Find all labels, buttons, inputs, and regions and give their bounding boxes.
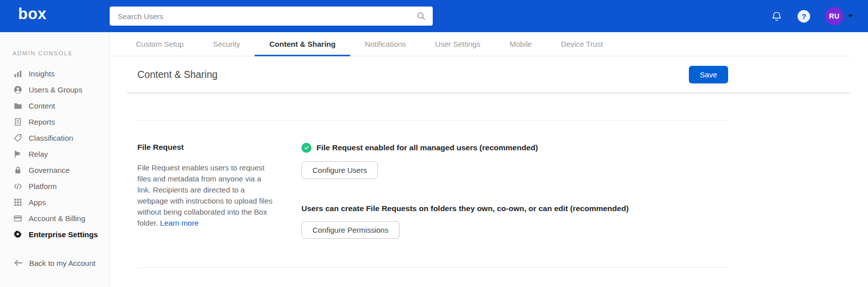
check-circle-icon [301,143,311,153]
sidebar-item-enterprise-settings[interactable]: Enterprise Settings [0,226,109,242]
lock-icon [14,166,22,174]
file-request-status: File Request enabled for all managed use… [301,143,868,153]
file-request-info: File Request File Request enables users … [137,143,274,239]
settings-tabbar: Custom Setup Security Content & Sharing … [110,32,850,56]
tab-security[interactable]: Security [198,32,255,56]
help-icon[interactable]: ? [798,10,810,23]
bell-icon[interactable] [771,11,782,22]
tab-content-sharing[interactable]: Content & Sharing [255,32,350,56]
sidebar-item-classification[interactable]: Classification [0,130,109,146]
admin-sidebar: ADMIN CONSOLE Insights Users & Groups Co… [0,32,110,287]
credit-card-icon [14,214,22,223]
tab-mobile[interactable]: Mobile [495,32,546,56]
account-menu[interactable]: RU [825,7,853,25]
file-request-section: File Request File Request enables users … [110,121,868,239]
tab-device-trust[interactable]: Device Trust [546,32,617,56]
main-content: Custom Setup Security Content & Sharing … [110,32,868,287]
sidebar-item-governance[interactable]: Governance [0,162,109,178]
tag-icon [14,134,22,142]
sidebar-item-apps[interactable]: Apps [0,194,109,210]
tab-custom-setup[interactable]: Custom Setup [121,32,198,56]
top-header: box ? RU [0,0,868,32]
sidebar-item-relay[interactable]: Relay [0,146,109,162]
back-to-account-link[interactable]: Back to my Account [0,258,109,267]
sidebar-item-insights[interactable]: Insights [0,65,109,81]
sidebar-item-reports[interactable]: Reports [0,114,109,130]
configure-users-button[interactable]: Configure Users [301,161,378,179]
file-request-status-label: File Request enabled for all managed use… [317,143,538,152]
search-input[interactable] [117,12,417,21]
permissions-label: Users can create File Requests on folder… [301,204,628,213]
tab-user-settings[interactable]: User Settings [421,32,495,56]
section-bottom-divider [137,267,728,268]
folder-icon [14,102,22,110]
grid-icon [14,198,22,207]
box-logo: box [18,6,47,22]
search-box [110,7,433,26]
back-to-account-label: Back to my Account [29,259,96,267]
sidebar-nav: Insights Users & Groups Content Reports … [0,65,109,242]
sidebar-section-label: ADMIN CONSOLE [13,50,109,56]
learn-more-link[interactable]: Learn more [160,219,199,227]
file-request-permissions: Users can create File Requests on folder… [301,204,868,239]
sidebar-item-users-groups[interactable]: Users & Groups [0,81,109,98]
save-button[interactable]: Save [689,66,728,83]
sidebar-item-content[interactable]: Content [0,98,109,114]
page-header: Content & Sharing Save [126,56,850,93]
caret-down-icon [848,15,853,18]
file-request-title: File Request [137,143,274,152]
search-icon[interactable] [417,12,426,21]
sidebar-item-account-billing[interactable]: Account & Billing [0,210,109,226]
configure-permissions-button[interactable]: Configure Permissions [301,221,400,239]
users-icon [14,85,22,94]
avatar[interactable]: RU [825,7,843,25]
report-icon [14,118,22,126]
page-title: Content & Sharing [137,69,217,80]
file-request-controls: File Request enabled for all managed use… [301,143,868,239]
code-icon [14,182,22,190]
bar-chart-icon [14,69,22,78]
arrow-left-icon [14,258,23,267]
gear-icon [14,230,22,239]
sidebar-item-platform[interactable]: Platform [0,178,109,194]
file-request-description: File Request enables users to request fi… [137,162,274,229]
topbar-actions: ? RU [771,0,853,32]
tab-notifications[interactable]: Notifications [350,32,421,56]
flag-icon [14,150,22,158]
